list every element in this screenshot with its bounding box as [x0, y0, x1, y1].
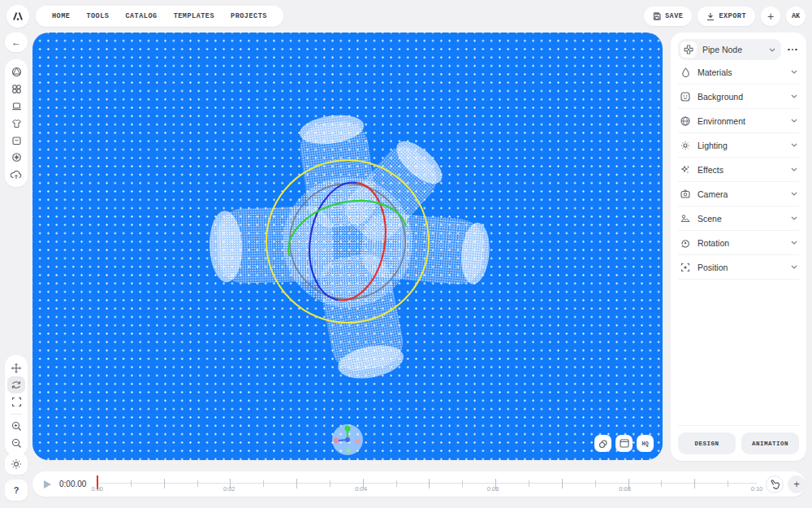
top-bar: HOME TOOLS CATALOG TEMPLATES PROJECTS SA…	[6, 5, 806, 28]
section-lighting[interactable]: Lighting	[678, 133, 799, 158]
nav-home[interactable]: HOME	[44, 12, 78, 20]
interaction-mode-button[interactable]	[766, 475, 784, 493]
chevron-down-icon	[769, 48, 775, 52]
orbit-gizmo[interactable]	[332, 424, 363, 455]
cube-icon	[11, 67, 22, 77]
save-button[interactable]: SAVE	[644, 7, 692, 26]
camera-icon	[680, 189, 691, 198]
object-tools-group	[5, 59, 28, 187]
chevron-down-icon	[791, 94, 797, 98]
section-background[interactable]: Background	[678, 85, 799, 109]
tab-animation[interactable]: ANIMATION	[741, 432, 799, 454]
add-keyframe-button[interactable]: +	[788, 475, 806, 493]
3d-shape-tool[interactable]	[7, 63, 25, 80]
packaging-mockup-tool[interactable]	[7, 132, 25, 149]
hq-toggle-button[interactable]: HQ	[637, 435, 654, 452]
background-icon	[680, 92, 691, 102]
shapes-library-tool[interactable]	[7, 80, 25, 98]
viewport-quick-actions: HQ	[594, 435, 654, 452]
chevron-down-icon	[791, 192, 797, 196]
fullscreen-tool[interactable]	[7, 393, 25, 410]
chevron-down-icon	[791, 216, 797, 220]
timeline-ruler[interactable]: 0:00 0:02 0:04 0:06 0:08 0:10	[97, 471, 757, 497]
section-environment[interactable]: Environment	[678, 109, 799, 133]
view-tools-group	[5, 355, 28, 456]
move-tool[interactable]	[7, 359, 25, 376]
section-materials[interactable]: Materials	[678, 60, 799, 85]
chevron-down-icon	[791, 143, 797, 147]
logo-icon	[12, 11, 24, 21]
plus-icon: +	[793, 478, 800, 490]
axis-x-handle[interactable]	[355, 439, 360, 444]
pipe-node-icon	[680, 41, 697, 58]
scene-3d-object[interactable]	[32, 33, 663, 460]
export-label: EXPORT	[719, 12, 746, 20]
back-button[interactable]: ←	[5, 33, 28, 52]
section-rotation[interactable]: Rotation	[678, 231, 799, 255]
axis-z-handle[interactable]	[345, 437, 350, 442]
section-camera[interactable]: Camera	[678, 182, 799, 206]
tick-label: 0:02	[223, 485, 235, 493]
effects-icon	[680, 165, 691, 175]
shapes-icon	[11, 84, 22, 94]
preview-window-button[interactable]	[615, 435, 633, 452]
upload-tool[interactable]	[7, 166, 25, 183]
scene-icon	[680, 214, 691, 223]
axis-y-handle[interactable]	[345, 426, 351, 432]
zoom-out-tool[interactable]	[7, 435, 25, 452]
user-avatar[interactable]: AK	[786, 7, 806, 26]
axis-x-neg-handle[interactable]	[334, 438, 339, 443]
plus-icon: +	[767, 11, 774, 22]
theme-toggle-button[interactable]	[5, 454, 28, 475]
section-effects[interactable]: Effects	[678, 158, 799, 182]
browser-window-icon	[620, 439, 629, 448]
help-button[interactable]: ?	[5, 480, 28, 501]
materials-icon	[680, 67, 691, 77]
section-scene[interactable]: Scene	[678, 206, 799, 231]
animation-timeline: 0:00.00 0:00 0:02 0:04 0:06 0:08 0:10 +	[32, 471, 806, 497]
cloud-upload-icon	[11, 170, 22, 180]
mode-tabs: DESIGN ANIMATION	[678, 425, 799, 454]
chevron-down-icon	[791, 70, 797, 74]
rotation-icon	[680, 238, 691, 248]
lighting-icon	[680, 141, 691, 150]
snapshot-button[interactable]	[594, 435, 611, 452]
node-selector[interactable]: Pipe Node	[678, 39, 781, 60]
node-more-menu[interactable]	[786, 49, 799, 51]
tick-label: 0:10	[751, 485, 763, 493]
sun-icon	[11, 458, 22, 470]
rotate-tool[interactable]	[7, 376, 25, 393]
axis-y-neg-handle[interactable]	[346, 448, 351, 453]
move-icon	[11, 363, 22, 374]
nav-catalog[interactable]: CATALOG	[117, 12, 165, 20]
badge-tool[interactable]	[7, 149, 25, 166]
badge-icon	[11, 152, 22, 163]
nav-projects[interactable]: PROJECTS	[222, 12, 275, 20]
left-toolbar: ←	[5, 33, 28, 187]
section-position[interactable]: Position	[678, 255, 799, 280]
main-nav: HOME TOOLS CATALOG TEMPLATES PROJECTS	[36, 6, 283, 27]
app-logo[interactable]	[6, 5, 29, 28]
play-button[interactable]	[44, 480, 51, 488]
tick-label: 0:06	[487, 485, 499, 493]
properties-panel: Pipe Node Materials Background Environme…	[671, 33, 806, 461]
chevron-down-icon	[791, 241, 797, 245]
pipe-node-object[interactable]	[208, 111, 492, 384]
nav-templates[interactable]: TEMPLATES	[166, 12, 222, 20]
add-project-button[interactable]: +	[761, 7, 780, 26]
apparel-mockup-tool[interactable]	[7, 115, 25, 132]
tick-label: 0:00	[91, 485, 103, 493]
pointer-hand-icon	[770, 479, 780, 489]
zoom-in-icon	[11, 421, 22, 432]
save-icon	[653, 12, 661, 20]
tab-design[interactable]: DESIGN	[678, 432, 736, 454]
device-mockup-tool[interactable]	[7, 98, 25, 115]
save-label: SAVE	[665, 12, 683, 20]
ruler-major-ticks	[97, 479, 757, 488]
zoom-in-tool[interactable]	[7, 418, 25, 435]
zoom-out-icon	[11, 438, 22, 449]
nav-tools[interactable]: TOOLS	[78, 12, 117, 20]
expand-icon	[11, 397, 22, 407]
export-button[interactable]: EXPORT	[698, 7, 755, 26]
viewport-canvas[interactable]: HQ	[32, 33, 663, 460]
